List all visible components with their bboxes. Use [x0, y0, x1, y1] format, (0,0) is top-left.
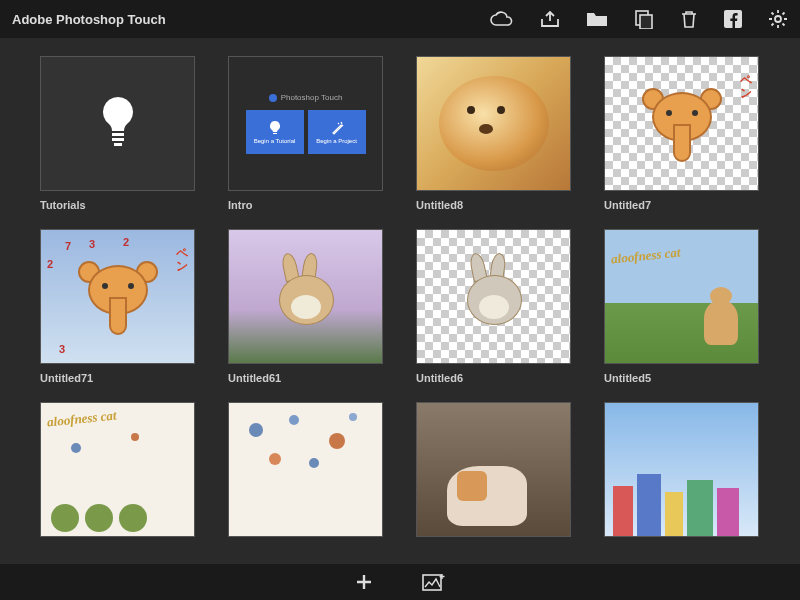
svg-point-3	[775, 16, 781, 22]
wand-icon	[330, 120, 344, 136]
project-thumbnail[interactable]: aloofness cat	[40, 402, 195, 537]
creative-cloud-icon[interactable]	[490, 11, 514, 27]
project-label: Untitled7	[604, 199, 760, 211]
tutorials-thumbnail[interactable]	[40, 56, 195, 191]
svg-rect-5	[112, 138, 124, 141]
intro-subtitle: Photoshop Touch	[269, 93, 343, 102]
settings-icon[interactable]	[768, 9, 788, 29]
project-label: Untitled8	[416, 199, 572, 211]
project-thumbnail[interactable]	[416, 56, 571, 191]
project-untitled61: Untitled61	[228, 229, 384, 384]
svg-rect-4	[112, 133, 124, 136]
project-label: Untitled71	[40, 372, 196, 384]
svg-rect-1	[640, 15, 652, 29]
project-label: Untitled6	[416, 372, 572, 384]
project-thumbnail[interactable]	[604, 402, 759, 537]
project-thumbnail[interactable]: 2 7 3 2 3 ペン	[40, 229, 195, 364]
bottom-toolbar	[0, 564, 800, 600]
lightbulb-small-icon	[268, 120, 282, 136]
project-thumbnail[interactable]	[228, 229, 383, 364]
svg-rect-7	[273, 133, 277, 134]
project-grid: Tutorials Photoshop Touch Begin a Tutori…	[0, 38, 800, 537]
begin-project-button[interactable]: Begin a Project	[308, 110, 366, 154]
project-row3-1: aloofness cat	[40, 402, 196, 537]
project-tutorials: Tutorials	[40, 56, 196, 211]
folder-icon[interactable]	[586, 11, 608, 27]
project-row3-3	[416, 402, 572, 537]
begin-tutorial-button[interactable]: Begin a Tutorial	[246, 110, 304, 154]
facebook-icon[interactable]	[724, 10, 742, 28]
cat-graphic	[447, 466, 527, 526]
intro-buttons: Begin a Tutorial Begin a Project	[246, 110, 366, 154]
svg-rect-6	[114, 143, 122, 146]
project-thumbnail[interactable]	[228, 402, 383, 537]
overlay-text: aloofness cat	[610, 244, 681, 267]
project-untitled7: ペン Untitled7	[604, 56, 760, 211]
delete-icon[interactable]	[680, 9, 698, 29]
project-thumbnail[interactable]: ペン	[604, 56, 759, 191]
project-label: Untitled5	[604, 372, 760, 384]
project-row3-2	[228, 402, 384, 537]
intro-thumbnail[interactable]: Photoshop Touch Begin a Tutorial Begin a…	[228, 56, 383, 191]
cat-graphic	[704, 301, 738, 345]
project-intro: Photoshop Touch Begin a Tutorial Begin a…	[228, 56, 384, 211]
lightbulb-icon	[93, 93, 143, 155]
overlay-text: aloofness cat	[46, 407, 117, 430]
project-label: Tutorials	[40, 199, 196, 211]
elephant-graphic	[642, 84, 722, 164]
project-label: Intro	[228, 199, 384, 211]
project-thumbnail[interactable]	[416, 229, 571, 364]
project-untitled5: aloofness cat Untitled5	[604, 229, 760, 384]
project-untitled8: Untitled8	[416, 56, 572, 211]
project-thumbnail[interactable]: aloofness cat	[604, 229, 759, 364]
project-row3-4	[604, 402, 760, 537]
project-thumbnail[interactable]	[416, 402, 571, 537]
project-untitled6: Untitled6	[416, 229, 572, 384]
new-image-icon[interactable]	[422, 572, 446, 592]
duplicate-icon[interactable]	[634, 9, 654, 29]
overlay-text: ペン	[737, 67, 754, 94]
header-bar: Adobe Photoshop Touch	[0, 0, 800, 38]
app-title: Adobe Photoshop Touch	[12, 12, 490, 27]
project-untitled71: 2 7 3 2 3 ペン Untitled71	[40, 229, 196, 384]
header-toolbar	[490, 9, 788, 29]
project-label: Untitled61	[228, 372, 384, 384]
overlay-text: ペン	[173, 240, 190, 267]
bunny-graphic	[261, 257, 351, 337]
bunny-graphic	[449, 257, 539, 337]
add-icon[interactable]	[354, 572, 374, 592]
share-icon[interactable]	[540, 10, 560, 28]
annotations: 2 7 3 2 3	[41, 230, 194, 363]
